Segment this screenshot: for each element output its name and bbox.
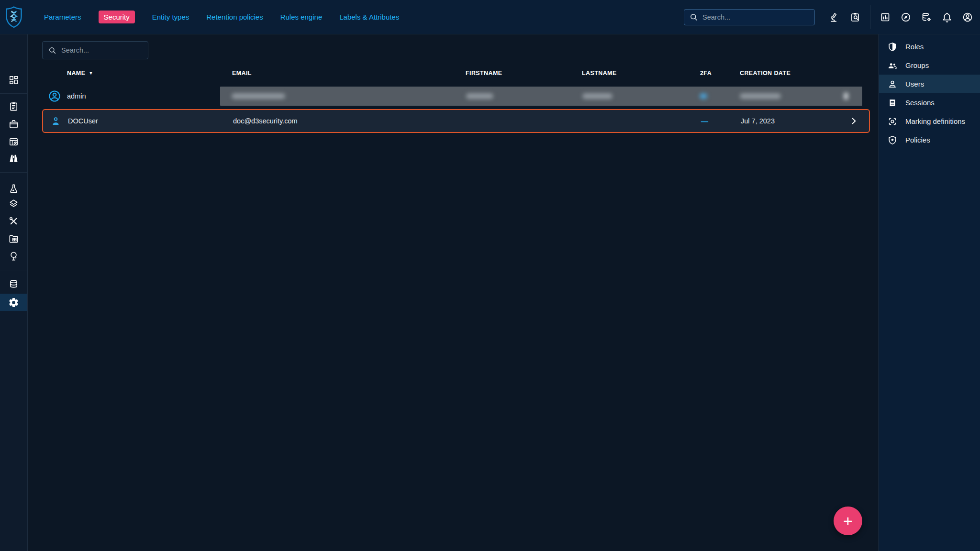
cell-name: DOCUser bbox=[68, 117, 233, 125]
submenu-item-users[interactable]: Users bbox=[879, 75, 980, 93]
submenu-item-sessions[interactable]: Sessions bbox=[879, 93, 980, 112]
globe-stand-icon bbox=[8, 251, 19, 262]
sidebar-item-settings[interactable] bbox=[0, 294, 27, 311]
timetable-icon bbox=[8, 136, 19, 147]
people-icon bbox=[887, 60, 898, 71]
list-search-box bbox=[42, 41, 148, 59]
header-actions bbox=[684, 5, 980, 29]
database-icon bbox=[8, 279, 19, 290]
person-icon bbox=[50, 115, 62, 127]
tools-icon bbox=[8, 216, 19, 227]
submenu-label: Users bbox=[905, 80, 924, 88]
search-icon bbox=[689, 12, 699, 22]
sidebar-divider bbox=[0, 93, 27, 94]
global-search-input[interactable] bbox=[702, 13, 803, 21]
users-list-panel: NAME ▼ EMAIL FIRSTNAME LASTNAME 2FA CREA… bbox=[28, 34, 879, 551]
person-icon bbox=[887, 79, 898, 89]
security-submenu: Roles Groups Users Sessions Marking defi… bbox=[879, 34, 980, 551]
sort-desc-icon: ▼ bbox=[89, 71, 93, 76]
column-header-2fa[interactable]: 2FA bbox=[700, 70, 740, 77]
sidebar-divider bbox=[0, 271, 27, 271]
chevron-right-icon bbox=[849, 116, 858, 126]
submenu-label: Sessions bbox=[905, 99, 935, 107]
users-table-body: admin DOCUser doc@d3security.com bbox=[42, 84, 870, 134]
shield-dna-logo-icon bbox=[4, 6, 23, 29]
settings-tabs-nav: Parameters Security Entity types Retenti… bbox=[44, 11, 399, 23]
database-gear-icon[interactable] bbox=[921, 11, 932, 23]
sidebar-divider bbox=[0, 172, 27, 173]
receipt-icon bbox=[887, 98, 898, 108]
search-icon bbox=[48, 46, 57, 55]
sidebar-item-observations[interactable] bbox=[0, 150, 27, 167]
redacted-firstname bbox=[466, 93, 493, 99]
header-divider bbox=[870, 5, 870, 29]
column-header-name[interactable]: NAME ▼ bbox=[67, 70, 232, 77]
cell-2fa: — bbox=[701, 117, 741, 125]
redacted-chevron bbox=[844, 92, 848, 100]
users-table-header: NAME ▼ EMAIL FIRSTNAME LASTNAME 2FA CREA… bbox=[42, 66, 870, 80]
account-circle-icon bbox=[48, 89, 61, 103]
list-search-input[interactable] bbox=[61, 46, 143, 54]
sidebar-item-locations[interactable] bbox=[0, 247, 27, 264]
submenu-item-marking-definitions[interactable]: Marking definitions bbox=[879, 112, 980, 131]
clipboard-text-icon bbox=[8, 101, 19, 112]
column-header-creation-date[interactable]: CREATION DATE bbox=[740, 70, 848, 77]
folder-table-icon bbox=[8, 233, 19, 244]
clipboard-search-icon[interactable] bbox=[849, 11, 861, 23]
microscope-icon[interactable] bbox=[829, 11, 840, 23]
compass-icon[interactable] bbox=[900, 11, 912, 23]
cell-name: admin bbox=[67, 92, 232, 100]
sidebar-item-analyses[interactable] bbox=[0, 98, 27, 115]
cell-email: doc@d3security.com bbox=[233, 117, 467, 125]
redacted-email bbox=[232, 93, 285, 99]
flask-icon bbox=[8, 183, 19, 194]
sidebar-item-dashboard[interactable] bbox=[0, 71, 27, 88]
binoculars-icon bbox=[8, 153, 19, 164]
bell-icon[interactable] bbox=[941, 11, 953, 23]
left-sidebar bbox=[0, 34, 28, 551]
add-user-button[interactable]: + bbox=[834, 507, 862, 535]
dashboard-icon bbox=[8, 75, 19, 86]
tab-security[interactable]: Security bbox=[99, 11, 135, 23]
submenu-item-roles[interactable]: Roles bbox=[879, 37, 980, 56]
gear-icon bbox=[8, 297, 19, 308]
table-row-docuser[interactable]: DOCUser doc@d3security.com — Jul 7, 2023 bbox=[42, 109, 870, 133]
briefcase-icon bbox=[8, 119, 19, 130]
layers-icon bbox=[8, 198, 19, 209]
center-focus-icon bbox=[887, 116, 898, 127]
submenu-label: Roles bbox=[905, 43, 924, 51]
submenu-label: Policies bbox=[905, 136, 930, 144]
tab-entity-types[interactable]: Entity types bbox=[152, 13, 189, 21]
submenu-label: Marking definitions bbox=[905, 117, 965, 125]
redacted-creation-date bbox=[740, 93, 781, 99]
submenu-item-groups[interactable]: Groups bbox=[879, 56, 980, 75]
redacted-overlay bbox=[220, 87, 862, 106]
tab-rules-engine[interactable]: Rules engine bbox=[280, 13, 323, 21]
tab-retention-policies[interactable]: Retention policies bbox=[206, 13, 263, 21]
bar-chart-icon[interactable] bbox=[880, 11, 891, 23]
sidebar-item-data[interactable] bbox=[0, 276, 27, 293]
account-circle-icon[interactable] bbox=[962, 11, 973, 23]
cell-creation-date: Jul 7, 2023 bbox=[741, 117, 849, 125]
shield-half-icon bbox=[887, 42, 898, 52]
global-search-box bbox=[684, 9, 815, 25]
tab-labels-attributes[interactable]: Labels & Attributes bbox=[339, 13, 399, 21]
sidebar-item-cases[interactable] bbox=[0, 115, 27, 132]
submenu-item-policies[interactable]: Policies bbox=[879, 131, 980, 149]
sidebar-item-events[interactable] bbox=[0, 133, 27, 150]
shield-star-icon bbox=[887, 135, 898, 145]
column-header-firstname[interactable]: FIRSTNAME bbox=[466, 70, 582, 77]
column-header-lastname[interactable]: LASTNAME bbox=[582, 70, 700, 77]
top-bar: Parameters Security Entity types Retenti… bbox=[0, 0, 980, 34]
redacted-2fa bbox=[700, 93, 707, 99]
column-header-email[interactable]: EMAIL bbox=[232, 70, 466, 77]
tab-parameters[interactable]: Parameters bbox=[44, 13, 81, 21]
sidebar-item-entities[interactable] bbox=[0, 230, 27, 247]
sidebar-item-techniques[interactable] bbox=[0, 212, 27, 230]
sidebar-item-arsenal[interactable] bbox=[0, 195, 27, 212]
app-logo[interactable] bbox=[0, 0, 28, 34]
table-row-admin[interactable]: admin bbox=[42, 84, 870, 108]
redacted-lastname bbox=[582, 93, 612, 99]
submenu-label: Groups bbox=[905, 61, 929, 69]
